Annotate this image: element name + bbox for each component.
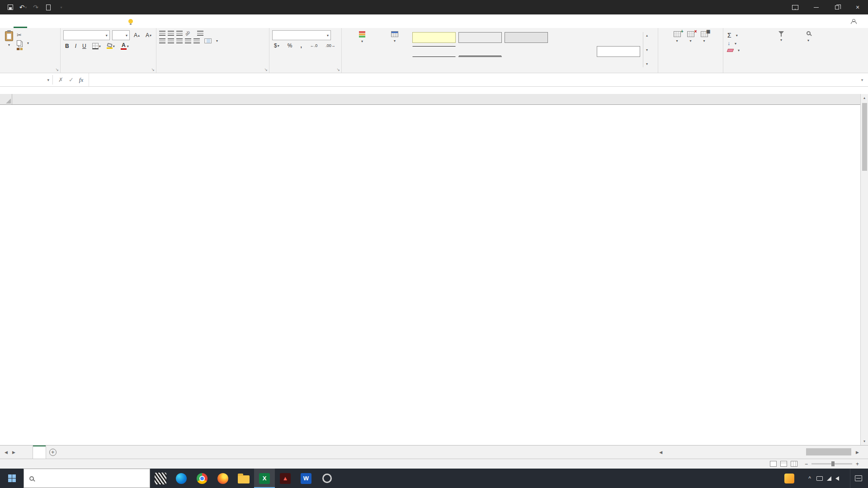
sort-filter-button[interactable]: ▾ xyxy=(768,30,795,43)
delete-cells-button[interactable]: × ▾ xyxy=(685,30,697,44)
normal-view-icon[interactable] xyxy=(770,461,777,467)
clear-button[interactable]: ▾ xyxy=(726,48,768,53)
customize-qat-button[interactable]: ▾ xyxy=(55,1,67,13)
alignment-dialog-launcher[interactable]: ↘ xyxy=(264,67,268,72)
taskbar-firefox[interactable] xyxy=(212,469,233,488)
undo-button[interactable]: ↶▾ xyxy=(17,1,29,13)
new-sheet-button[interactable]: + xyxy=(46,446,60,459)
borders-button[interactable]: ▾ xyxy=(90,42,103,50)
taskbar-settings[interactable] xyxy=(316,469,337,488)
style-chip-title-2[interactable] xyxy=(551,32,594,43)
align-left-icon[interactable] xyxy=(159,38,165,43)
bold-button[interactable]: B xyxy=(63,42,71,50)
decrease-decimal-button[interactable]: .00→ xyxy=(324,43,337,48)
tab-formulas[interactable] xyxy=(54,14,68,28)
tab-data[interactable] xyxy=(68,14,81,28)
tab-review[interactable] xyxy=(81,14,95,28)
insert-cells-button[interactable]: + ▾ xyxy=(671,30,683,44)
sheet-tab-cf[interactable] xyxy=(33,446,46,459)
ribbon-display-options-button[interactable]: ⌄ xyxy=(785,0,806,14)
decrease-font-button[interactable]: A▾ xyxy=(144,32,153,39)
font-size-select[interactable]: ▾ xyxy=(112,30,130,40)
vertical-scrollbar[interactable]: ▴ ▾ xyxy=(860,94,868,445)
zoom-slider[interactable] xyxy=(811,463,852,465)
clipboard-dialog-launcher[interactable]: ↘ xyxy=(55,67,59,72)
name-box[interactable]: ▾ xyxy=(0,73,52,86)
weather-widget[interactable] xyxy=(780,469,803,488)
format-cells-button[interactable]: ▦ ▾ xyxy=(698,30,710,44)
format-as-table-button[interactable]: ▾ xyxy=(380,30,410,44)
scroll-up-icon[interactable]: ▴ xyxy=(861,94,868,102)
close-button[interactable]: × xyxy=(847,0,868,14)
number-format-select[interactable]: ▾ xyxy=(272,30,331,40)
sheet-nav-left-icon[interactable]: ◀ xyxy=(5,450,8,455)
formula-input[interactable] xyxy=(89,73,856,86)
paste-button[interactable]: ▾ xyxy=(3,30,15,48)
middle-align-icon[interactable] xyxy=(168,31,174,36)
new-document-button[interactable] xyxy=(42,1,54,13)
display-tray-icon[interactable] xyxy=(816,476,823,481)
bottom-align-icon[interactable] xyxy=(176,31,183,36)
fill-color-button[interactable]: ▾ xyxy=(105,43,117,49)
sheet-tab-daftar-pembayaran[interactable] xyxy=(20,446,33,459)
style-chip-output-2[interactable] xyxy=(458,32,502,43)
sheet-nav-right-icon[interactable]: ▶ xyxy=(12,450,15,455)
autosum-button[interactable]: Σ▾ xyxy=(726,32,768,39)
search-input[interactable] xyxy=(38,475,137,482)
confirm-entry-icon[interactable]: ✓ xyxy=(69,76,74,83)
increase-indent-icon[interactable] xyxy=(193,38,200,43)
expand-formula-bar-icon[interactable]: ▾ xyxy=(856,73,868,86)
style-chip-title-3[interactable] xyxy=(597,32,640,43)
tab-page-layout[interactable] xyxy=(41,14,54,28)
zoom-out-icon[interactable]: − xyxy=(805,461,808,467)
font-color-button[interactable]: A▾ xyxy=(119,42,131,50)
save-button[interactable] xyxy=(5,1,16,13)
volume-icon[interactable] xyxy=(835,476,839,481)
scroll-down-icon[interactable]: ▾ xyxy=(861,437,868,445)
align-center-icon[interactable] xyxy=(168,38,174,43)
gallery-more-icon[interactable]: ▾ xyxy=(646,62,648,66)
gallery-down-icon[interactable]: ▾ xyxy=(646,48,648,52)
redo-button[interactable]: ↷ xyxy=(30,1,42,13)
tab-help[interactable] xyxy=(108,14,122,28)
underline-button[interactable]: U xyxy=(80,42,88,50)
italic-button[interactable]: I xyxy=(73,42,78,50)
style-chip-warning-text-2[interactable] xyxy=(505,46,548,57)
taskbar-word[interactable]: W xyxy=(296,469,316,488)
page-layout-view-icon[interactable] xyxy=(780,461,787,467)
comma-style-button[interactable]: , xyxy=(298,42,303,49)
minimize-button[interactable] xyxy=(806,0,826,14)
find-select-button[interactable]: ▾ xyxy=(795,30,822,43)
style-chip-warning-text-3[interactable] xyxy=(551,46,594,57)
number-dialog-launcher[interactable]: ↘ xyxy=(336,67,340,72)
taskbar-excel[interactable]: X xyxy=(254,469,275,488)
insert-function-icon[interactable]: fx xyxy=(79,76,83,84)
select-all-corner[interactable] xyxy=(0,94,12,104)
tab-view[interactable] xyxy=(95,14,108,28)
font-family-select[interactable]: ▾ xyxy=(63,30,110,40)
increase-font-button[interactable]: A▴ xyxy=(132,32,142,39)
scroll-left-icon[interactable]: ◀ xyxy=(659,450,662,455)
scroll-right-icon[interactable]: ▶ xyxy=(856,450,859,455)
network-icon[interactable] xyxy=(827,476,831,481)
taskbar-edge[interactable] xyxy=(171,469,192,488)
gallery-up-icon[interactable]: ▴ xyxy=(646,33,648,38)
start-button[interactable] xyxy=(0,469,24,488)
page-break-view-icon[interactable] xyxy=(791,461,797,467)
tab-file[interactable] xyxy=(0,14,14,28)
merge-center-button[interactable]: ▾ xyxy=(203,38,219,44)
horizontal-scroll-thumb[interactable] xyxy=(806,448,851,455)
tell-me-box[interactable] xyxy=(122,14,142,28)
cut-button[interactable]: ✂ xyxy=(15,32,30,38)
increase-decimal-button[interactable]: ←.0 xyxy=(308,43,320,48)
sign-in-button[interactable] xyxy=(769,0,785,14)
taskbar-chrome[interactable] xyxy=(192,469,212,488)
percent-style-button[interactable]: % xyxy=(286,42,294,49)
font-dialog-launcher[interactable]: ↘ xyxy=(151,67,155,72)
name-box-input[interactable] xyxy=(3,76,35,83)
zoom-slider-thumb[interactable] xyxy=(831,461,835,466)
style-chip-total-2[interactable] xyxy=(412,46,456,57)
taskbar-file-explorer[interactable] xyxy=(233,469,254,488)
action-center-button[interactable] xyxy=(850,469,866,488)
style-chip-total-3[interactable] xyxy=(458,46,502,57)
